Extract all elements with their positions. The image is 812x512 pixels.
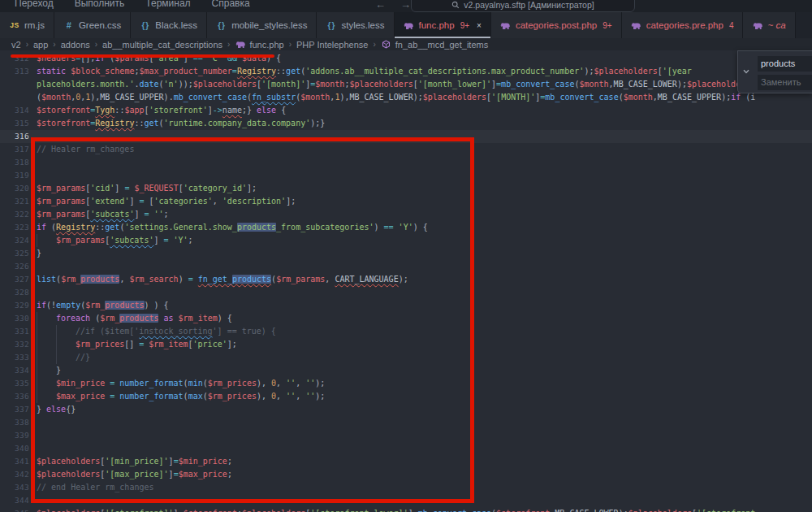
- breadcrumb-item[interactable]: func.php: [235, 39, 283, 50]
- breadcrumb-item[interactable]: ab__multiple_cat_descriptions: [102, 40, 222, 50]
- code-line[interactable]: 345$placeholders['[storefront]']=$storef…: [0, 507, 812, 512]
- line-number: 324: [0, 234, 29, 247]
- remote-title: v2.payalnya.sftp [Администратор]: [464, 0, 594, 10]
- breadcrumb-label: func.php: [249, 40, 283, 50]
- breadcrumb-separator: ›: [53, 40, 55, 49]
- line-number: 344: [0, 494, 29, 507]
- code-line[interactable]: placeholders.month.'.date('n'));$placeho…: [0, 78, 812, 91]
- line-number: 337: [0, 403, 29, 416]
- menu-item[interactable]: Терминал: [145, 0, 190, 9]
- code-line[interactable]: 313static $block_scheme;$max_product_num…: [0, 65, 812, 78]
- breadcrumb-label: fn_ab__mcd_get_items: [395, 40, 488, 50]
- line-number: 327: [0, 273, 29, 286]
- breadcrumb-separator: ›: [373, 40, 375, 49]
- php-elephant-icon: [752, 20, 763, 31]
- breadcrumb-separator: ›: [227, 40, 230, 49]
- line-number: 319: [0, 169, 29, 182]
- line-number: 345: [0, 507, 29, 512]
- line-number: 326: [0, 260, 29, 273]
- code-text: $storefront=Registry::get('runtime.compa…: [37, 117, 325, 130]
- line-number: 330: [0, 312, 29, 325]
- code-line[interactable]: ($month,0,1),MB_CASE_UPPER).mb_convert_c…: [0, 91, 812, 104]
- line-number: 333: [0, 351, 29, 364]
- code-text: $placeholders['[storefront]']=$storefron…: [37, 507, 755, 512]
- breadcrumb: v2›app›addons›ab__multiple_cat_descripti…: [0, 38, 812, 50]
- breadcrumb-item[interactable]: addons: [61, 40, 90, 50]
- line-number: 325: [0, 247, 29, 260]
- close-icon[interactable]: ×: [477, 21, 482, 30]
- tab-label: styles.less: [341, 20, 384, 30]
- breadcrumb-item[interactable]: app: [33, 40, 48, 50]
- nav-forward-icon[interactable]: →: [400, 0, 411, 11]
- line-number: 341: [0, 455, 29, 468]
- tab-categories-pre-php[interactable]: categories.pre.php4: [622, 12, 744, 38]
- nav-arrows: ← →: [375, 0, 411, 11]
- code-line[interactable]: 314$storefront=Tygh::$app['storefront']-…: [0, 104, 812, 117]
- code-text: placeholders.month.'.date('n'));$placeho…: [37, 78, 750, 91]
- line-number: 338: [0, 416, 29, 429]
- line-number: 322: [0, 208, 29, 221]
- search-icon: [451, 1, 460, 9]
- tab-label: ~ ca: [767, 20, 785, 30]
- replace-input[interactable]: Заменить: [758, 75, 812, 90]
- menu-item[interactable]: Переход: [15, 0, 54, 9]
- tab-rm-js[interactable]: JSrm.js: [0, 12, 54, 38]
- problems-badge: 9+: [603, 21, 611, 30]
- line-number: 329: [0, 299, 29, 312]
- nav-back-icon[interactable]: ←: [375, 0, 386, 11]
- less-file-icon: {}: [216, 20, 227, 31]
- find-replace-widget: products Заменить: [737, 50, 812, 93]
- line-number: 317: [0, 143, 29, 156]
- javascript-file-icon: JS: [9, 20, 20, 31]
- symbol-method-icon: [381, 39, 392, 50]
- tab-black-less[interactable]: {}Black.less: [131, 12, 207, 38]
- menu-item[interactable]: Справка: [212, 0, 250, 9]
- tab-label: mobile_styles.less: [231, 20, 307, 30]
- remote-search-box[interactable]: v2.payalnya.sftp [Администратор]: [411, 0, 635, 12]
- less-file-icon: {}: [326, 20, 337, 31]
- breadcrumb-label: addons: [61, 40, 90, 50]
- annotation-rectangle: [31, 137, 474, 503]
- tab-styles-less[interactable]: {}styles.less: [317, 12, 394, 38]
- line-number: 318: [0, 156, 29, 169]
- tab-categories-post-php[interactable]: categories.post.php9+: [491, 12, 622, 38]
- less-file-icon: {}: [140, 20, 151, 31]
- line-number: 335: [0, 377, 29, 390]
- line-number: 340: [0, 442, 29, 455]
- tab-label: rm.js: [24, 20, 45, 30]
- tab-label: Black.less: [155, 20, 197, 30]
- breadcrumb-label: app: [33, 40, 48, 50]
- code-text: static $block_scheme;$max_product_number…: [37, 65, 692, 78]
- tab-green-css[interactable]: #Green.css: [54, 12, 131, 38]
- tab-func-php[interactable]: func.php9+×: [395, 12, 491, 38]
- menu-bar: ПереходВыполнитьТерминалСправка: [15, 0, 250, 9]
- title-bar: ПереходВыполнитьТерминалСправка ← → v2.p…: [0, 0, 812, 12]
- line-number: 336: [0, 390, 29, 403]
- find-input[interactable]: products: [758, 56, 812, 72]
- code-text: $storefront=Tygh::$app['storefront']->na…: [37, 104, 286, 117]
- line-number: 343: [0, 481, 29, 494]
- php-elephant-icon: [631, 20, 642, 31]
- breadcrumb-item[interactable]: v2: [11, 40, 21, 50]
- line-number: 334: [0, 364, 29, 377]
- breadcrumb-separator: ›: [26, 40, 28, 49]
- problems-badge: 4: [729, 21, 734, 30]
- line-number: 331: [0, 325, 29, 338]
- php-elephant-icon: [500, 20, 512, 31]
- code-line[interactable]: 315$storefront=Registry::get('runtime.co…: [0, 117, 812, 130]
- tab-label: Green.css: [79, 20, 121, 30]
- breadcrumb-separator: ›: [289, 40, 292, 49]
- menu-item[interactable]: Выполнить: [75, 0, 125, 9]
- breadcrumb-item[interactable]: fn_ab__mcd_get_items: [381, 39, 488, 50]
- tab--ca[interactable]: ~ ca: [743, 12, 795, 38]
- breadcrumb-label: v2: [11, 40, 21, 50]
- line-number: 332: [0, 338, 29, 351]
- line-number: 321: [0, 195, 29, 208]
- line-number: 323: [0, 221, 29, 234]
- tab-bar: JSrm.js#Green.css{}Black.less{}mobile_st…: [0, 12, 812, 38]
- tab-mobile-styles-less[interactable]: {}mobile_styles.less: [207, 12, 317, 38]
- chevron-down-icon[interactable]: [742, 67, 750, 76]
- line-number: 328: [0, 286, 29, 299]
- problems-badge: 9+: [460, 21, 469, 30]
- breadcrumb-item[interactable]: PHP Intelephense: [296, 40, 368, 50]
